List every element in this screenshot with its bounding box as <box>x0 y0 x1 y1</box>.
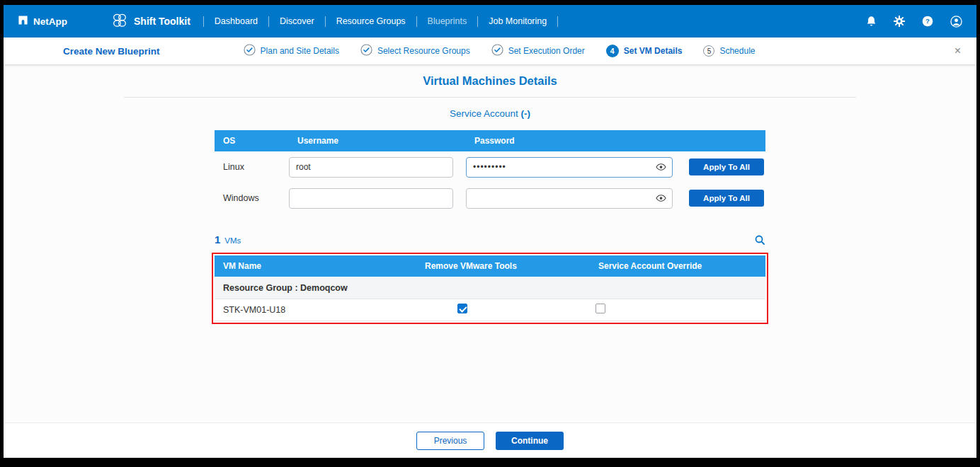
column-header-vm-name: VM Name <box>215 261 416 271</box>
title-divider <box>124 97 856 98</box>
apply-to-all-windows-button[interactable]: Apply To All <box>689 190 764 207</box>
shift-toolkit-home[interactable]: Shift Toolkit <box>111 13 190 30</box>
table-row-windows: Windows Apply To All <box>215 183 765 214</box>
previous-button[interactable]: Previous <box>416 432 484 450</box>
brand-text: NetApp <box>33 16 67 27</box>
step-number-badge: 4 <box>606 45 619 57</box>
account-icon[interactable] <box>950 16 962 28</box>
vm-name: STK-VM01-U18 <box>215 305 416 315</box>
column-header-service-account-override: Service Account Override <box>590 261 765 271</box>
wizard-step-set-execution-order[interactable]: Set Execution Order <box>491 44 585 59</box>
check-circle-icon <box>244 44 256 59</box>
service-account-heading: Service Account (-) <box>4 108 976 119</box>
nav-item-job-monitoring[interactable]: Job Monitoring <box>478 16 557 26</box>
nav-separator <box>557 16 558 27</box>
close-icon[interactable]: × <box>955 45 961 57</box>
eye-icon[interactable] <box>656 163 666 171</box>
wizard-step-set-vm-details[interactable]: 4 Set VM Details <box>606 45 683 57</box>
main-content: Virtual Machines Details Service Account… <box>4 64 976 458</box>
svg-text:?: ? <box>925 17 930 25</box>
wizard-step-label: Set VM Details <box>624 46 683 56</box>
column-header-remove-vmware-tools: Remove VMware Tools <box>416 261 590 271</box>
check-circle-icon <box>491 44 503 59</box>
app-title: Shift Toolkit <box>134 16 190 27</box>
navbar-actions: ? <box>866 16 962 28</box>
apply-to-all-linux-button[interactable]: Apply To All <box>689 158 764 175</box>
table-row: STK-VM01-U18 <box>215 299 765 321</box>
windows-username-input[interactable] <box>289 188 453 209</box>
step-number-badge: 5 <box>703 45 714 57</box>
os-label: Linux <box>215 162 289 172</box>
resource-group-label: Resource Group : Demoqcow <box>223 283 348 293</box>
collapse-toggle[interactable]: (-) <box>521 108 531 119</box>
service-account-override-checkbox[interactable] <box>596 304 605 313</box>
main-nav: Dashboard Discover Resource Groups Bluep… <box>203 16 558 27</box>
resource-group-row: Resource Group : Demoqcow <box>215 277 765 299</box>
service-account-table-header: OS Username Password <box>215 130 765 151</box>
column-header-os: OS <box>215 136 289 146</box>
service-account-label: Service Account <box>450 108 518 119</box>
remove-vmware-tools-checkbox[interactable] <box>457 304 467 313</box>
wizard-footer: Previous Continue <box>4 422 976 458</box>
wizard-step-label: Select Resource Groups <box>377 46 470 56</box>
wizard-step-label: Plan and Site Details <box>261 46 339 56</box>
wizard-step-schedule[interactable]: 5 Schedule <box>703 45 755 57</box>
bell-icon[interactable] <box>866 16 877 27</box>
os-label: Windows <box>215 193 289 203</box>
wizard-bar: Create New Blueprint Plan and Site Detai… <box>4 38 976 64</box>
vm-table-highlight-annotation: VM Name Remove VMware Tools Service Acco… <box>212 253 768 324</box>
check-circle-icon <box>360 44 372 59</box>
continue-button[interactable]: Continue <box>496 432 564 450</box>
column-header-username: Username <box>289 136 466 146</box>
wizard-title: Create New Blueprint <box>63 46 160 57</box>
page-title: Virtual Machines Details <box>4 74 976 88</box>
nav-item-dashboard[interactable]: Dashboard <box>204 16 268 26</box>
wizard-steps: Plan and Site Details Select Resource Gr… <box>244 44 756 59</box>
nav-item-blueprints[interactable]: Blueprints <box>417 16 478 26</box>
vm-table-header: VM Name Remove VMware Tools Service Acco… <box>215 255 765 277</box>
wizard-step-label: Set Execution Order <box>508 46 585 56</box>
nav-item-discover[interactable]: Discover <box>269 16 325 26</box>
gear-icon[interactable] <box>894 16 905 27</box>
vm-table: VM Name Remove VMware Tools Service Acco… <box>215 255 765 321</box>
linux-username-input[interactable] <box>289 157 453 178</box>
windows-password-input[interactable] <box>466 188 673 209</box>
wizard-step-plan-and-site-details[interactable]: Plan and Site Details <box>244 44 339 59</box>
netapp-logo-icon <box>18 15 28 28</box>
netapp-brand[interactable]: NetApp <box>18 15 67 28</box>
service-account-table: OS Username Password Linux Apply To All <box>215 130 765 214</box>
top-navbar: NetApp Shift Toolkit Dashboard Discover … <box>4 5 976 38</box>
help-icon[interactable]: ? <box>922 16 933 27</box>
linux-password-input[interactable] <box>466 157 673 178</box>
vm-count: 1 <box>215 233 220 246</box>
wizard-step-label: Schedule <box>719 46 755 56</box>
search-icon[interactable] <box>754 234 765 246</box>
table-row-linux: Linux Apply To All <box>215 151 765 183</box>
vm-count-unit: VMs <box>224 236 241 245</box>
shift-toolkit-logo-icon <box>111 13 128 30</box>
wizard-step-select-resource-groups[interactable]: Select Resource Groups <box>360 44 470 59</box>
app-window: NetApp Shift Toolkit Dashboard Discover … <box>0 0 980 467</box>
nav-item-resource-groups[interactable]: Resource Groups <box>326 16 416 26</box>
eye-icon[interactable] <box>656 194 666 202</box>
column-header-password: Password <box>466 136 682 146</box>
vm-count-row: 1 VMs <box>215 233 765 246</box>
